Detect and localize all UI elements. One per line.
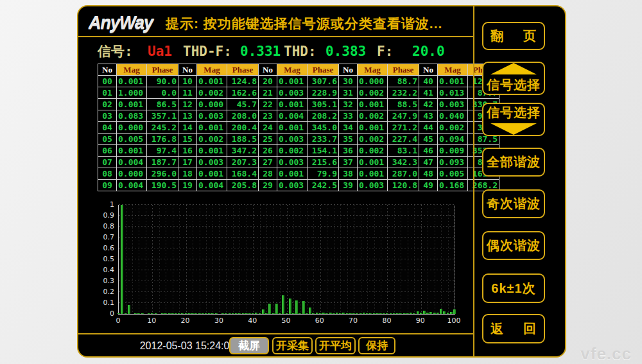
harmonic-phase: 168.4 — [227, 168, 259, 180]
harmonic-no: 19 — [178, 180, 197, 191]
col-header-phase: Phase — [147, 64, 178, 76]
chart-bar — [191, 313, 194, 314]
harmonic-no: 00 — [98, 76, 117, 87]
chart-bar — [349, 313, 352, 314]
harmonic-phase: 120.8 — [388, 180, 419, 191]
harmonic-mag: 0.001 — [277, 99, 308, 110]
harmonic-mag: 0.001 — [277, 122, 308, 134]
y-tick-label: 0.5 — [91, 255, 114, 263]
hold-button[interactable]: 保持 — [358, 337, 395, 354]
screenshot-button[interactable]: 截屏 — [229, 337, 269, 354]
table-row: 011.0000.0110.002162.6210.003228.9310.00… — [98, 87, 499, 99]
gridline-minor — [173, 205, 173, 314]
chart-bar — [245, 313, 248, 314]
harmonic-no: 29 — [259, 180, 277, 191]
gridline-minor — [266, 205, 267, 314]
gridline-h — [119, 281, 455, 281]
harmonic-mag: 0.001 — [197, 76, 227, 87]
chart-bar — [426, 313, 429, 314]
chart-bar — [215, 313, 218, 314]
gridline-minor — [408, 205, 408, 314]
harmonic-mag: 0.001 — [197, 122, 227, 134]
chart-bar — [178, 313, 180, 314]
chart-bar — [360, 313, 362, 314]
gridline-v — [253, 205, 254, 314]
harmonic-no: 48 — [419, 168, 438, 180]
harmonic-mag: 0.003 — [438, 99, 468, 110]
chart-bar — [333, 313, 335, 314]
harmonic-no: 17 — [178, 157, 197, 168]
harmonic-no: 38 — [339, 168, 358, 180]
chart-bar — [211, 313, 214, 314]
chart-bar — [137, 313, 140, 314]
thd-label: THD: — [284, 41, 317, 62]
harmonic-phase: 162.6 — [227, 87, 259, 99]
table-row: 050.005176.8150.002188.5250.003233.7350.… — [98, 134, 499, 145]
harmonic-phase: 207.3 — [227, 157, 259, 168]
chart-bar — [386, 313, 388, 314]
harmonic-mag: 0.001 — [358, 157, 388, 168]
harmonic-mag: 0.000 — [117, 168, 147, 180]
even-harmonics-button[interactable]: 偶次谐波 — [482, 231, 545, 260]
x-tick-label: 50 — [275, 316, 297, 325]
chart-bar — [248, 313, 251, 314]
harmonic-no: 33 — [339, 110, 358, 122]
harmonic-no: 02 — [98, 99, 117, 110]
gridline-h — [119, 226, 455, 227]
harmonic-no: 22 — [259, 99, 277, 110]
chart-bar — [275, 304, 278, 314]
chart-bar — [302, 301, 305, 314]
all-harmonics-button[interactable]: 全部谐波 — [482, 148, 545, 177]
gridline-minor — [206, 205, 207, 314]
6k-plus-minus-1-button[interactable]: 6k±1次 — [482, 273, 545, 303]
chart-bar — [235, 313, 238, 314]
gridline-minor — [441, 205, 442, 314]
gridline-minor — [193, 205, 193, 314]
y-tick-label: 0.7 — [91, 233, 114, 241]
col-header-no: No — [339, 64, 358, 76]
gridline-minor — [367, 205, 368, 314]
col-header-mag: Mag — [277, 64, 308, 76]
harmonic-phase: 228.9 — [308, 87, 339, 99]
chart-bar — [286, 313, 288, 314]
chart-bar — [151, 313, 153, 314]
gridline-minor — [347, 205, 348, 314]
chart-bar — [376, 313, 379, 314]
signal-select-down-button[interactable]: 信号选择 — [482, 103, 545, 136]
harmonic-mag: 0.004 — [277, 110, 308, 122]
start-acquisition-button[interactable]: 开采集 — [272, 337, 313, 354]
start-averaging-button[interactable]: 开平均 — [315, 337, 356, 354]
harmonic-no: 07 — [98, 157, 117, 168]
button-label: 全部谐波 — [487, 153, 541, 171]
gridline-minor — [260, 205, 261, 314]
gridline-v — [152, 205, 153, 314]
chart-bar — [161, 313, 164, 314]
harmonic-spectrum-chart — [118, 205, 455, 315]
gridline-v — [320, 205, 321, 314]
chart-bar — [292, 313, 295, 314]
chart-bar — [339, 313, 342, 314]
harmonic-mag: 0.000 — [197, 99, 227, 110]
harmonic-phase: 124.8 — [227, 76, 259, 87]
chart-bar — [383, 313, 385, 314]
gridline-h — [119, 204, 455, 205]
harmonic-mag: 0.001 — [277, 168, 308, 180]
signal-select-up-button[interactable]: 信号选择 — [482, 62, 545, 95]
chart-bar — [299, 313, 301, 314]
x-tick-label: 40 — [241, 316, 263, 325]
chart-bar — [336, 313, 338, 314]
harmonic-phase: 233.7 — [308, 134, 339, 145]
harmonic-mag: 0.093 — [438, 157, 468, 168]
chart-bar — [429, 312, 432, 314]
button-label: 6k±1次 — [491, 280, 535, 297]
harmonic-mag: 0.009 — [438, 145, 468, 157]
harmonic-phase: 245.2 — [147, 122, 178, 134]
harmonic-no: 42 — [419, 99, 438, 110]
chart-bar — [255, 313, 257, 314]
odd-harmonics-button[interactable]: 奇次谐波 — [482, 189, 545, 218]
return-button[interactable]: 返回 — [482, 314, 545, 343]
page-turn-button[interactable]: 翻页 — [482, 22, 545, 50]
chart-bar — [393, 313, 395, 314]
gridline-minor — [213, 205, 213, 314]
harmonic-mag: 0.002 — [358, 87, 388, 99]
